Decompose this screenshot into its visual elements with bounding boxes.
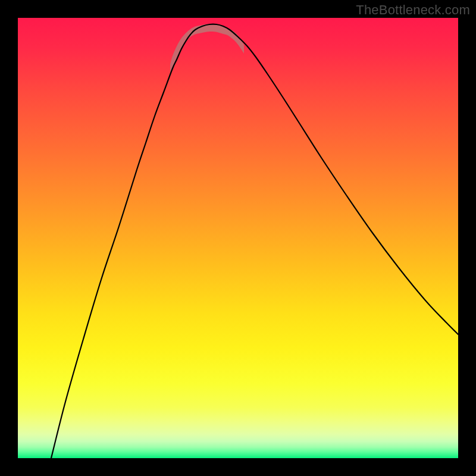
watermark-text: TheBottleneck.com xyxy=(356,2,470,18)
plot-area xyxy=(18,18,458,458)
chart-root: TheBottleneck.com xyxy=(0,0,476,476)
heat-background xyxy=(18,18,458,458)
plot-svg xyxy=(18,18,458,458)
